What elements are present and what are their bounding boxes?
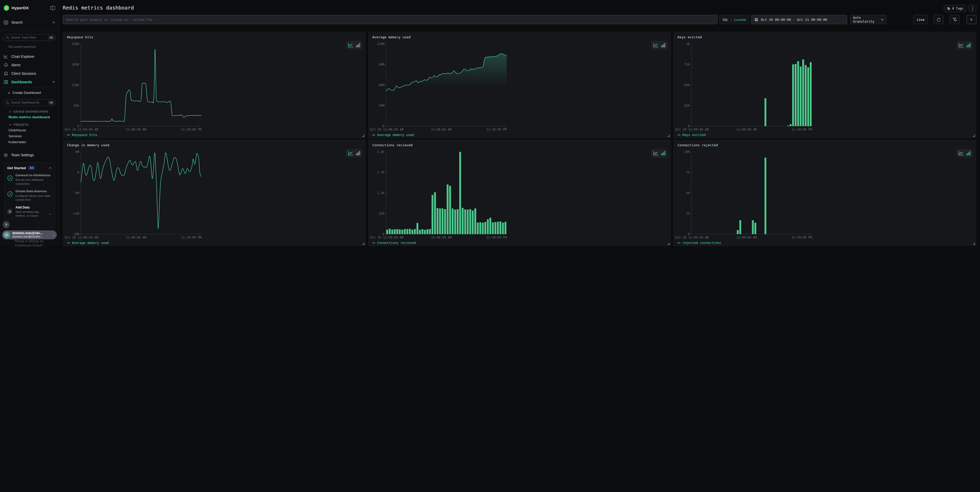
y-axis-tick-label: 120M [369,42,384,46]
bar-series-bar [454,210,456,234]
sidebar-item-alerts[interactable]: Alerts [0,61,59,69]
arrow-right-icon: → [48,212,52,216]
sidebar-item-services[interactable]: Services [0,133,59,139]
x-axis-tick-label: Oct 20 12:00:00 AM [370,236,403,239]
sidebar-item-label: Client Sessions [11,72,36,76]
sidebar-item-label: Chart Explorer [11,54,35,59]
get-started-item-connect[interactable]: Connect to ClickHouse Set up your databa… [7,173,52,186]
bar-series-bar [389,229,391,234]
search-icon [6,36,9,39]
sidebar-item-dashboards[interactable]: Dashboards [0,78,59,86]
collapse-sidebar-button[interactable] [50,6,55,10]
legend-item[interactable]: Average memory used [372,133,414,137]
dashboard-grid: Keyspace hits220K165K110K55K0Oct 20 12:0… [63,32,490,246]
sidebar-item-team-settings[interactable]: Team Settings [0,151,59,159]
legend-item[interactable]: Average memory used [67,241,109,245]
chart-title: Connections recieved [372,143,413,147]
x-axis-tick-label: 11:00:00 AM [126,236,146,239]
brand-row: ⚡ HyperDX [0,0,59,12]
legend-label: Average memory used [377,133,414,137]
search-input[interactable] [63,15,490,24]
chevron-up-icon[interactable] [49,167,52,169]
legend-item[interactable]: Connections recieved [372,241,416,245]
bar-series-bar [442,209,444,234]
x-axis-tick-label: 11:30:00 PM [181,128,202,131]
sidebar-item-redis-metrics-dashboard[interactable]: Redis metrics dashboard [0,115,59,119]
line-chart-icon [348,43,353,48]
resize-handle[interactable] [362,243,364,245]
user-menu[interactable]: D dominic.tran@clic... dominic.tran@clic… [2,230,57,239]
gear-icon [3,153,8,157]
get-started-card: Get Started 2/3 Connect to ClickHouse Se… [4,162,55,228]
x-axis-tick-label: 11:30:00 PM [487,236,490,239]
bar-series-bar [396,229,398,234]
hyperdx-logo-icon: ⚡ [3,5,9,11]
task-description: Configure where your data comes from [16,194,52,202]
search-nav-icon [3,20,8,25]
get-started-item-data-sources[interactable]: Create Data Sources Configure where your… [7,189,52,202]
bar-series-bar [429,229,431,234]
bar-series-bar [487,219,489,234]
bar-series-bar [409,229,410,234]
chart-plot [81,44,202,126]
sidebar-item-clickhouse[interactable]: ClickHouse [0,127,59,133]
page-title: Redis metrics dashboard [63,5,490,11]
y-axis-tick-label: 220K [64,42,79,46]
sidebar-item-chart-explorer[interactable]: Chart Explorer [0,52,59,61]
chevron-down-icon [9,111,11,113]
sidebar-item-client-sessions[interactable]: Client Sessions [0,69,59,78]
legend-item[interactable]: Keyspace hits [67,133,97,137]
bar-series-bar [469,209,471,234]
x-axis-tick-label: 11:30:00 PM [181,236,202,239]
step-number-badge: 3 [7,209,12,214]
sidebar-item-search[interactable]: Search [0,18,59,27]
main-content: Redis metrics dashboard 0 Tags SQL | Luc… [59,0,490,246]
user-email: dominic.tran@clickho... [12,235,43,238]
bar-series-bar [401,230,403,234]
bar-series-bar [479,222,481,234]
bar-view-button[interactable] [356,151,360,156]
chart-explorer-icon [3,54,8,59]
bar-series-bar [391,229,393,234]
chart-type-toggle [346,41,362,49]
line-series [81,153,202,228]
help-button[interactable]: ? [3,221,10,228]
sidebar-item-label: Alerts [11,63,21,67]
bar-view-button[interactable] [356,43,360,48]
chart-title: Keyspace hits [67,35,93,39]
bar-series-bar [394,229,396,234]
sidebar-item-kubernetes[interactable]: Kubernetes [0,139,59,145]
line-series [81,49,202,122]
legend-dash [67,135,70,135]
get-started-item-add-data[interactable]: 3 Add Data Start sending logs, metrics, … [7,205,52,218]
y-axis-tick-label: 0 [64,124,79,128]
bar-series-bar [422,229,423,234]
create-dashboard-button[interactable]: + Create Dashboard [0,88,59,98]
chart-plot [386,44,490,126]
chart-title: Change in memory used [67,143,109,147]
line-chart-icon [348,151,353,156]
presets-section-header[interactable]: PRESETS [0,123,59,126]
check-circle-icon [7,175,13,181]
bar-series-bar [432,195,433,234]
chevron-up-icon [52,81,55,83]
resize-handle[interactable] [362,135,364,137]
line-view-button[interactable] [348,43,353,48]
saved-dashboards-input[interactable]: Saved Dashboards ⌘K [3,99,56,106]
y-axis-tick-label: 6M [64,150,79,154]
chevron-up-icon [52,22,55,23]
y-axis-tick-label: 1.7K [369,171,384,174]
x-axis-tick-label: Oct 20 12:00:00 AM [65,128,98,131]
x-axis-tick-label: 11:30:00 PM [487,128,490,131]
brand-name: HyperDX [11,6,29,10]
saved-dashboards-section-header[interactable]: SAVED DASHBOARDS [0,110,59,113]
line-view-button[interactable] [348,151,353,156]
chart-card-keyspace-hits: Keyspace hits220K165K110K55K0Oct 20 12:0… [63,32,366,138]
x-axis-tick-label: 11:00:00 AM [126,128,146,131]
saved-searches-input[interactable]: Saved Searches ⌘K [3,34,56,41]
chevron-down-icon [9,124,11,126]
task-title: Connect to ClickHouse [16,173,52,177]
dashboards-icon [3,80,8,84]
chart-card-connections-recieved: Connections recieved2.2K1.7K1.1K5500Oct … [368,140,490,246]
saved-searches-placeholder: Saved Searches [11,36,48,39]
